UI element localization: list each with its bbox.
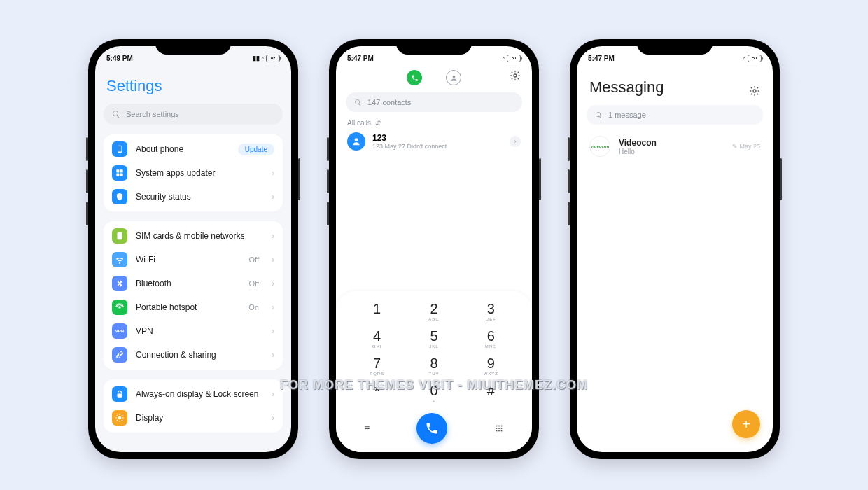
call-details-button[interactable]: › (510, 136, 521, 147)
dialpad-key-0[interactable]: 0+ (415, 383, 453, 405)
key-letters: GHI (358, 344, 396, 350)
dialpad-key-1[interactable]: 1 (358, 301, 396, 323)
svg-point-21 (501, 430, 503, 432)
svg-rect-3 (120, 169, 123, 172)
row-icon: VPN (112, 323, 127, 339)
settings-group-display: Always-on display & Lock screen›Display› (104, 379, 283, 433)
settings-icon[interactable] (749, 85, 760, 97)
person-icon (450, 74, 458, 82)
call-log-item[interactable]: 123 123 May 27 Didn't connect › (336, 132, 532, 150)
key-letters (472, 399, 510, 405)
key-letters: + (415, 399, 453, 405)
status-time: 5:47 PM (347, 55, 374, 62)
settings-icon[interactable] (510, 70, 521, 81)
message-thread[interactable]: videocon Videocon Hello ✎ May 25 (577, 133, 773, 160)
row-icon (112, 228, 127, 244)
settings-row[interactable]: Portable hotspotOn› (104, 295, 283, 319)
gear-icon (510, 70, 521, 81)
svg-point-17 (498, 428, 500, 429)
row-icon (112, 347, 127, 363)
dialpad-key-8[interactable]: 8TUV (415, 356, 453, 377)
chevron-right-icon: › (272, 231, 274, 241)
dialpad-key-7[interactable]: 7PQRS (358, 356, 396, 377)
dialpad-key-6[interactable]: 6MNO (472, 328, 510, 350)
key-digit: 7 (358, 356, 396, 372)
row-value: On (248, 303, 259, 312)
phone-messaging: 5:47 PM ◦ 50 Messaging 1 message (570, 39, 780, 459)
settings-row[interactable]: Always-on display & Lock screen› (104, 382, 283, 406)
key-digit: 5 (415, 328, 453, 344)
tab-contacts[interactable] (446, 70, 461, 85)
chevron-right-icon: › (272, 326, 274, 336)
settings-row[interactable]: Connection & sharing› (104, 343, 283, 367)
key-digit: 9 (472, 356, 510, 372)
phone-icon (411, 74, 419, 82)
key-letters: ABC (415, 317, 453, 323)
row-icon (112, 386, 127, 402)
chevron-right-icon: › (272, 168, 274, 178)
chevron-down-icon: ⇵ (375, 119, 381, 127)
call-filter[interactable]: All calls ⇵ (336, 119, 532, 132)
row-label: About phone (136, 144, 230, 154)
svg-point-7 (118, 306, 121, 309)
settings-row[interactable]: BluetoothOff› (104, 272, 283, 295)
tab-phone[interactable] (407, 70, 422, 85)
status-time: 5:49 PM (106, 55, 133, 62)
page-title: Messaging (589, 78, 664, 97)
signal-icon: ◦ (503, 55, 505, 62)
dialpad-key-5[interactable]: 5JKL (415, 328, 453, 350)
settings-row[interactable]: System apps updater› (104, 161, 283, 185)
key-letters (358, 399, 396, 405)
notch (396, 39, 472, 55)
plus-icon: + (742, 416, 750, 433)
row-value: Off (249, 255, 259, 264)
dialpad-key-9[interactable]: 9WXYZ (472, 356, 510, 377)
chevron-right-icon: › (272, 302, 274, 312)
message-search[interactable]: 1 message (587, 105, 763, 125)
settings-group-system: About phoneUpdateSystem apps updater›Sec… (104, 134, 283, 211)
search-placeholder: 1 message (608, 111, 646, 119)
dialpad-key-3[interactable]: 3DEF (472, 301, 510, 323)
keypad-more-icon[interactable] (494, 424, 504, 433)
dialpad-key-4[interactable]: 4GHI (358, 328, 396, 350)
dialpad: 12ABC3DEF4GHI5JKL6MNO7PQRS8TUV9WXYZ*0+# … (336, 291, 532, 452)
row-icon (112, 252, 127, 267)
svg-rect-2 (116, 169, 119, 172)
thread-preview: Hello (619, 148, 724, 155)
settings-row[interactable]: Wi-FiOff› (104, 248, 283, 272)
call-meta: 123 May 27 Didn't connect (372, 143, 503, 150)
key-digit: 6 (472, 328, 510, 344)
dialpad-key-*[interactable]: * (358, 383, 396, 405)
svg-point-20 (498, 430, 500, 432)
row-label: SIM cards & mobile networks (136, 231, 263, 241)
dialpad-key-#[interactable]: # (472, 383, 510, 405)
settings-row[interactable]: Display› (104, 406, 283, 430)
search-input[interactable]: Search settings (104, 104, 283, 125)
row-value: Off (249, 279, 259, 288)
settings-row[interactable]: Security status› (104, 185, 283, 209)
settings-row[interactable]: About phoneUpdate (104, 137, 283, 161)
wifi-icon: ◦ (262, 55, 264, 62)
svg-rect-4 (116, 174, 119, 176)
settings-row[interactable]: VPNVPN› (104, 319, 283, 343)
key-digit: 0 (415, 383, 453, 399)
key-letters: TUV (415, 372, 453, 377)
menu-icon[interactable]: ≡ (364, 423, 370, 434)
key-digit: 3 (472, 301, 510, 317)
settings-row[interactable]: SIM cards & mobile networks› (104, 224, 283, 248)
draft-icon: ✎ (732, 143, 738, 150)
dialer-tabs (336, 66, 532, 92)
key-digit: # (472, 383, 510, 399)
svg-rect-1 (118, 146, 122, 151)
key-digit: * (358, 383, 396, 399)
svg-point-13 (496, 426, 498, 427)
contacts-search[interactable]: 147 contacts (346, 92, 522, 112)
person-icon (351, 136, 361, 146)
dialpad-key-2[interactable]: 2ABC (415, 301, 453, 323)
compose-button[interactable]: + (732, 410, 760, 438)
dial-button[interactable] (416, 413, 447, 444)
row-icon (112, 141, 127, 157)
row-label: Display (136, 413, 263, 423)
phone-dialer: 5:47 PM ◦ 50 (329, 39, 539, 459)
key-letters: DEF (472, 317, 510, 323)
